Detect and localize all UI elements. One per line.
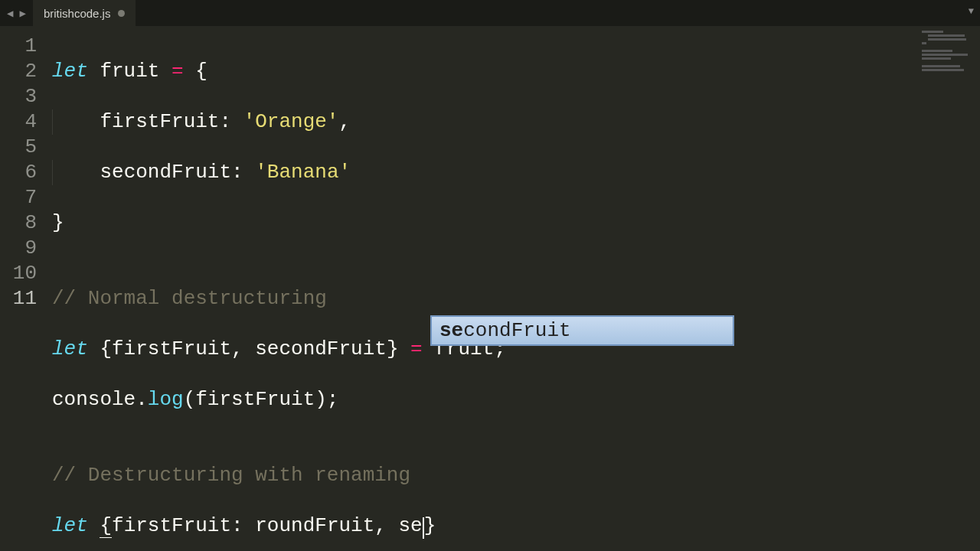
unsaved-dot-icon: [118, 10, 125, 17]
nav-forward-icon[interactable]: ▶: [17, 5, 28, 21]
file-tab[interactable]: britishcode.js: [33, 0, 136, 26]
tab-nav: ◀ ▶: [0, 0, 33, 26]
autocomplete-popup[interactable]: secondFruit: [430, 315, 734, 346]
nav-back-icon[interactable]: ◀: [5, 5, 15, 21]
autocomplete-item[interactable]: secondFruit: [431, 316, 733, 345]
tab-menu-icon[interactable]: ▼: [969, 6, 974, 17]
code-area[interactable]: let fruit = { firstFruit: 'Orange', seco…: [52, 34, 980, 551]
text-cursor: [423, 517, 424, 539]
tab-bar: ◀ ▶ britishcode.js ▼: [0, 0, 980, 26]
editor[interactable]: 1 2 3 4 5 6 7 8 9 10 11 let fruit = { fi…: [0, 26, 980, 551]
tab-title: britishcode.js: [44, 7, 111, 20]
line-number-gutter: 1 2 3 4 5 6 7 8 9 10 11: [0, 34, 52, 551]
